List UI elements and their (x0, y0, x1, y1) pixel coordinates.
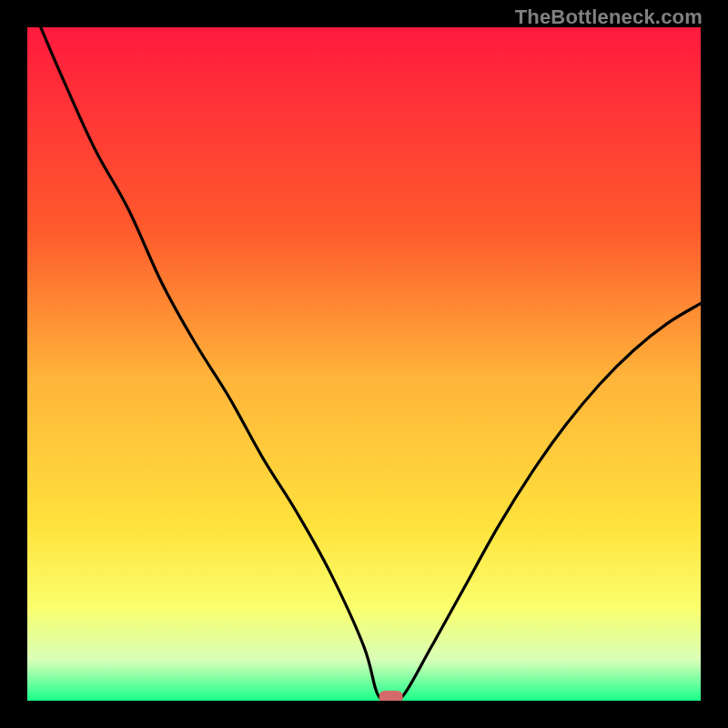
chart-frame: TheBottleneck.com (0, 0, 728, 728)
min-marker (379, 691, 403, 701)
chart-svg (27, 27, 701, 701)
gradient-fill (27, 27, 701, 701)
plot-area (27, 27, 701, 701)
watermark-text: TheBottleneck.com (515, 5, 703, 29)
